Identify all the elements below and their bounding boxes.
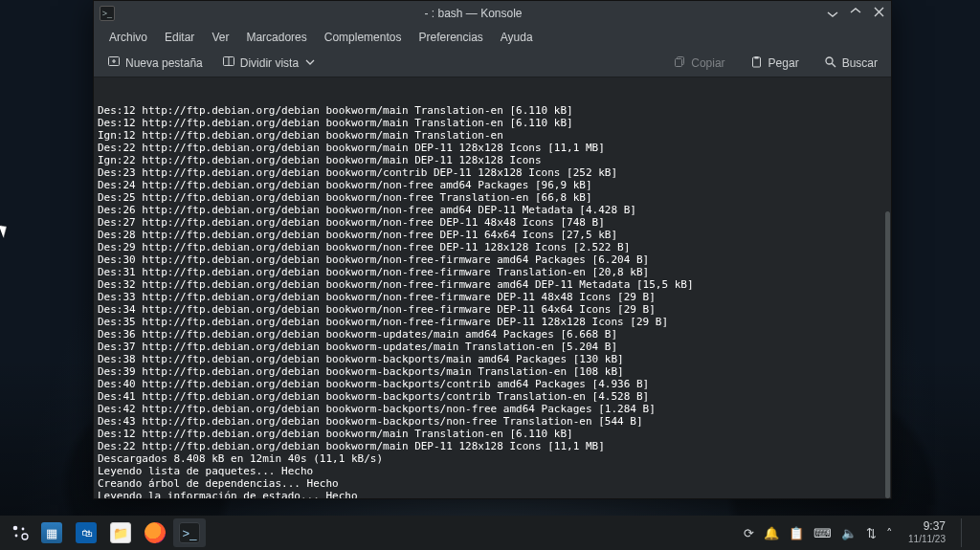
task-system-monitor[interactable]: ▦ xyxy=(35,518,68,547)
window-title: - : bash — Konsole xyxy=(121,7,826,20)
volume-icon[interactable]: 🔈 xyxy=(841,526,857,540)
folder-icon: 📁 xyxy=(110,522,131,543)
copy-button: Copiar xyxy=(667,53,730,74)
mouse-cursor xyxy=(0,223,10,238)
new-tab-label: Nueva pestaña xyxy=(125,56,203,70)
network-icon[interactable]: ⇅ xyxy=(866,526,877,540)
search-button[interactable]: Buscar xyxy=(818,53,883,74)
application-launcher[interactable] xyxy=(6,518,34,547)
menu-ayuda[interactable]: Ayuda xyxy=(493,28,541,47)
split-view-icon xyxy=(222,55,235,71)
clock[interactable]: 9:37 11/11/23 xyxy=(908,520,946,545)
clock-date: 11/11/23 xyxy=(908,533,946,545)
svg-line-8 xyxy=(832,63,835,67)
notifications-icon[interactable]: 🔔 xyxy=(764,526,779,540)
svg-point-11 xyxy=(15,535,18,538)
scrollbar-thumb[interactable] xyxy=(885,211,890,498)
discover-icon: 🛍 xyxy=(76,522,97,543)
paste-button[interactable]: Pegar xyxy=(745,53,805,74)
task-firefox[interactable] xyxy=(139,518,171,547)
toolbar: Nueva pestaña Dividir vista Copiar xyxy=(94,49,891,77)
taskbar: ▦ 🛍 📁 >_ ⟳ 🔔 📋 ⌨ 🔈 ⇅ ˄ 9:37 11/11/23 xyxy=(0,516,980,550)
updates-icon[interactable]: ⟳ xyxy=(744,526,754,540)
task-konsole[interactable]: >_ xyxy=(173,518,206,547)
split-view-label: Dividir vista xyxy=(240,56,299,70)
new-tab-button[interactable]: Nueva pestaña xyxy=(101,52,209,74)
svg-rect-6 xyxy=(755,56,759,59)
menu-editar[interactable]: Editar xyxy=(157,28,202,47)
window-maximize-button[interactable] xyxy=(849,7,862,21)
menu-complementos[interactable]: Complementos xyxy=(317,28,410,47)
firefox-icon xyxy=(145,522,166,543)
search-label: Buscar xyxy=(842,56,878,70)
task-discover[interactable]: 🛍 xyxy=(70,518,102,547)
clipboard-icon[interactable]: 📋 xyxy=(789,526,804,540)
window-close-button[interactable] xyxy=(872,7,885,21)
menu-preferencias[interactable]: Preferencias xyxy=(411,28,490,47)
tray-expand-icon[interactable]: ˄ xyxy=(886,526,893,540)
show-desktop-button[interactable] xyxy=(961,518,969,547)
system-monitor-icon: ▦ xyxy=(41,522,62,543)
svg-point-7 xyxy=(826,57,833,64)
menu-marcadores[interactable]: Marcadores xyxy=(238,28,314,47)
chevron-down-icon xyxy=(303,56,317,70)
new-tab-icon xyxy=(107,55,121,71)
menu-archivo[interactable]: Archivo xyxy=(101,28,155,47)
konsole-window: >_ - : bash — Konsole Archivo Editar Ver… xyxy=(93,0,892,499)
menubar: Archivo Editar Ver Marcadores Complement… xyxy=(94,26,891,49)
task-dolphin[interactable]: 📁 xyxy=(104,518,137,547)
search-icon xyxy=(824,55,837,71)
split-view-button[interactable]: Dividir vista xyxy=(216,52,323,74)
konsole-app-icon: >_ xyxy=(100,6,115,21)
keyboard-layout-icon[interactable]: ⌨ xyxy=(813,526,832,540)
svg-point-12 xyxy=(22,534,28,539)
svg-rect-4 xyxy=(675,58,681,66)
paste-label: Pegar xyxy=(768,56,799,70)
svg-point-10 xyxy=(22,528,25,531)
clock-time: 9:37 xyxy=(908,520,946,533)
terminal-output[interactable]: Des:12 http://ftp.debian.org/debian book… xyxy=(94,77,891,498)
paste-icon xyxy=(750,55,764,71)
system-tray: ⟳ 🔔 📋 ⌨ 🔈 ⇅ ˄ 9:37 11/11/23 xyxy=(744,518,974,547)
svg-point-9 xyxy=(13,526,18,531)
plasma-logo-icon xyxy=(11,523,30,542)
copy-label: Copiar xyxy=(691,56,724,70)
window-minimize-button[interactable] xyxy=(826,7,839,21)
copy-icon xyxy=(673,55,686,71)
titlebar[interactable]: >_ - : bash — Konsole xyxy=(94,1,891,26)
menu-ver[interactable]: Ver xyxy=(204,28,236,47)
konsole-icon: >_ xyxy=(179,522,200,543)
